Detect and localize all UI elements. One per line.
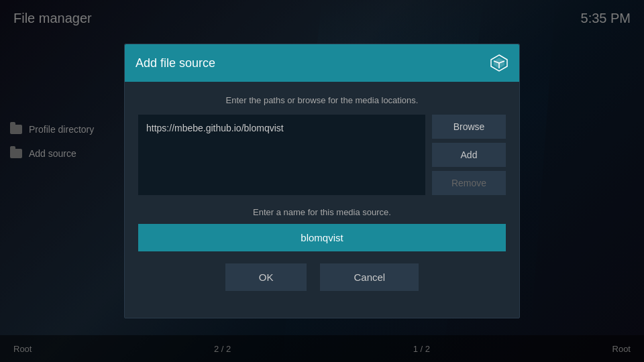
cancel-button[interactable]: Cancel <box>320 263 419 291</box>
add-file-source-dialog: Add file source Enter the paths or brows… <box>124 44 520 318</box>
add-button[interactable]: Add <box>432 143 506 167</box>
browse-button[interactable]: Browse <box>432 115 506 139</box>
remove-button[interactable]: Remove <box>432 171 506 195</box>
source-name-input[interactable] <box>138 224 506 251</box>
path-input[interactable]: https://mbebe.github.io/blomqvist <box>138 115 425 195</box>
path-buttons: Browse Add Remove <box>432 115 506 195</box>
dialog-body: Enter the paths or browse for the media … <box>125 82 519 318</box>
name-instruction: Enter a name for this media source. <box>138 207 506 217</box>
kodi-logo-icon <box>490 54 508 72</box>
dialog-title: Add file source <box>136 56 215 70</box>
dialog-header: Add file source <box>125 44 519 82</box>
path-instruction: Enter the paths or browse for the media … <box>138 95 506 105</box>
dialog-footer-buttons: OK Cancel <box>138 263 506 304</box>
path-section: https://mbebe.github.io/blomqvist Browse… <box>138 115 506 195</box>
ok-button[interactable]: OK <box>225 263 307 291</box>
